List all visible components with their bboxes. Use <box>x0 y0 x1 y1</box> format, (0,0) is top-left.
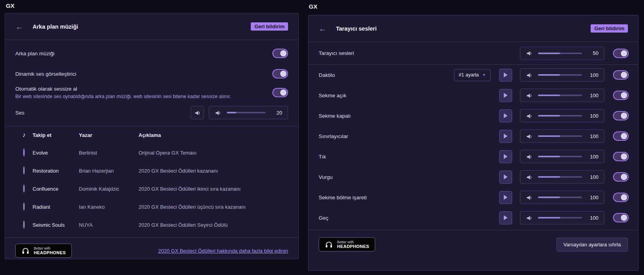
play-icon <box>502 92 509 99</box>
sound-row-limiters: Sınırlayıcılar 100 <box>308 126 638 146</box>
page-title: Tarayıcı sesleri <box>336 25 591 32</box>
column-header-author: Yazar <box>79 132 139 138</box>
track-description: 2020 GX Besteci Ödülleri üçüncü sıra kaz… <box>139 204 288 210</box>
track-row-seismic-souls[interactable]: Seismic Souls NUYA 2020 GX Besteci Ödüll… <box>5 216 298 234</box>
sound-volume-value: 100 <box>587 133 598 139</box>
sound-label: Sekme kapalı <box>319 113 499 119</box>
master-volume-slider[interactable] <box>538 53 582 54</box>
mute-button[interactable] <box>191 106 204 119</box>
headphones-badge-line1: Better with <box>34 246 66 250</box>
track-row-confluence[interactable]: Confluence Dominik Kalajdzic 2020 GX Bes… <box>5 180 298 198</box>
page-title: Arka plan müziği <box>33 24 251 30</box>
sound-volume-slider[interactable] <box>538 74 582 76</box>
browser-sounds-panel: ← Tarayıcı sesleri Geri bildirim Tarayıc… <box>308 15 639 271</box>
setting-row-auto-mute: Otomatik olarak sessize al Bir web sites… <box>15 82 288 103</box>
background-music-toggle[interactable] <box>272 49 288 58</box>
sound-volume-slider[interactable] <box>538 217 582 219</box>
sound-volume-value: 100 <box>587 154 598 160</box>
sound-volume-value: 100 <box>587 113 598 119</box>
speaker-icon <box>526 50 533 56</box>
sound-toggle[interactable] <box>613 193 629 202</box>
setting-row-volume: Ses 20 <box>15 103 288 122</box>
track-name: Restoration <box>33 168 79 174</box>
speaker-icon <box>526 133 533 140</box>
track-description: 2020 GX Besteci Ödülleri ikinci sıra kaz… <box>139 186 288 192</box>
radio-icon[interactable] <box>23 184 25 193</box>
track-row-radiant[interactable]: Radiant Ian Kaneko 2020 GX Besteci Ödüll… <box>5 198 298 216</box>
sound-toggle[interactable] <box>613 70 629 80</box>
radio-selected-icon[interactable] <box>23 148 25 157</box>
sound-volume-slider[interactable] <box>538 135 582 137</box>
speaker-icon <box>194 109 201 116</box>
track-author: NUYA <box>79 222 139 228</box>
sound-volume-slider[interactable] <box>538 197 582 198</box>
radio-icon[interactable] <box>23 202 25 211</box>
sound-toggle[interactable] <box>613 91 629 100</box>
sound-volume-value: 100 <box>587 72 598 78</box>
sound-row-invalid: Geç 100 <box>308 208 638 228</box>
speaker-icon <box>526 92 533 99</box>
divider <box>5 40 298 40</box>
sound-toggle[interactable] <box>613 213 629 222</box>
back-arrow-icon[interactable]: ← <box>319 25 327 33</box>
track-author: Berlinist <box>79 150 139 156</box>
sound-volume-slider[interactable] <box>538 156 582 157</box>
sound-label: Daktilo <box>319 72 454 78</box>
speaker-icon <box>526 72 533 78</box>
column-header-track: Takip et <box>33 132 79 138</box>
browser-sounds-toggle[interactable] <box>613 49 629 58</box>
play-button[interactable] <box>499 150 512 163</box>
sound-volume-slider-box: 100 <box>520 211 604 224</box>
reset-defaults-button[interactable]: Varsayılan ayarlara sıfırla <box>556 238 628 251</box>
sound-volume-slider[interactable] <box>538 176 582 178</box>
sound-toggle[interactable] <box>613 172 629 182</box>
play-button[interactable] <box>499 130 512 143</box>
sound-volume-value: 100 <box>587 195 598 200</box>
headphones-icon <box>21 246 30 255</box>
radio-icon[interactable] <box>23 220 25 229</box>
speaker-icon <box>526 194 533 201</box>
play-icon <box>502 71 509 79</box>
play-button[interactable] <box>499 171 512 184</box>
track-row-restoration[interactable]: Restoration Brian Hazerjian 2020 GX Best… <box>5 162 298 180</box>
sound-volume-slider[interactable] <box>538 115 582 117</box>
visualizer-toggle[interactable] <box>272 69 288 78</box>
sound-row-typewriter: Daktilo #1 ayarla ▼ 100 <box>308 65 638 85</box>
sound-volume-slider[interactable] <box>538 95 582 96</box>
play-button[interactable] <box>499 89 512 102</box>
awards-info-link[interactable]: 2020 GX Besteci Ödülleri hakkında daha f… <box>158 248 288 254</box>
play-icon <box>502 194 509 201</box>
track-author: Dominik Kalajdzic <box>79 186 139 192</box>
play-button[interactable] <box>499 211 512 224</box>
feedback-badge[interactable]: Geri bildirim <box>251 22 288 31</box>
volume-value: 20 <box>271 110 282 116</box>
volume-slider[interactable] <box>227 112 266 113</box>
gx-logo-right: GX <box>309 3 317 10</box>
play-button[interactable] <box>499 109 512 122</box>
sound-row-click: Tık 100 <box>308 146 638 167</box>
master-volume-slider-box: 50 <box>520 47 604 60</box>
track-name: Radiant <box>33 204 79 210</box>
typewriter-preset-dropdown[interactable]: #1 ayarla ▼ <box>454 69 491 81</box>
sound-volume-slider-box: 100 <box>520 68 604 82</box>
sound-volume-value: 100 <box>587 93 598 98</box>
auto-mute-toggle[interactable] <box>272 88 288 97</box>
sound-row-tab-closed: Sekme kapalı 100 <box>308 106 638 126</box>
sound-volume-slider-box: 100 <box>520 129 604 143</box>
feedback-badge[interactable]: Geri bildirim <box>591 24 628 33</box>
radio-icon[interactable] <box>23 166 25 175</box>
play-button[interactable] <box>499 69 512 82</box>
back-arrow-icon[interactable]: ← <box>15 23 23 31</box>
speaker-icon <box>526 153 533 160</box>
play-icon <box>502 112 509 120</box>
track-description: 2020 GX Besteci Ödülleri Seyirci Ödülü <box>139 222 288 228</box>
track-row-evolve[interactable]: Evolve Berlinist Orijinal Opera GX Temas… <box>5 144 298 162</box>
better-with-headphones-badge: Better with HEADPHONES <box>319 237 375 251</box>
sound-toggle[interactable] <box>613 152 629 161</box>
sound-toggle[interactable] <box>613 131 629 141</box>
sound-toggle[interactable] <box>613 111 629 120</box>
setting-row-visualizer: Dinamik ses görselleştirici <box>15 65 288 82</box>
dropdown-value: #1 ayarla <box>459 72 479 78</box>
panel-header: ← Tarayıcı sesleri Geri bildirim <box>308 15 638 42</box>
play-button[interactable] <box>499 191 512 204</box>
